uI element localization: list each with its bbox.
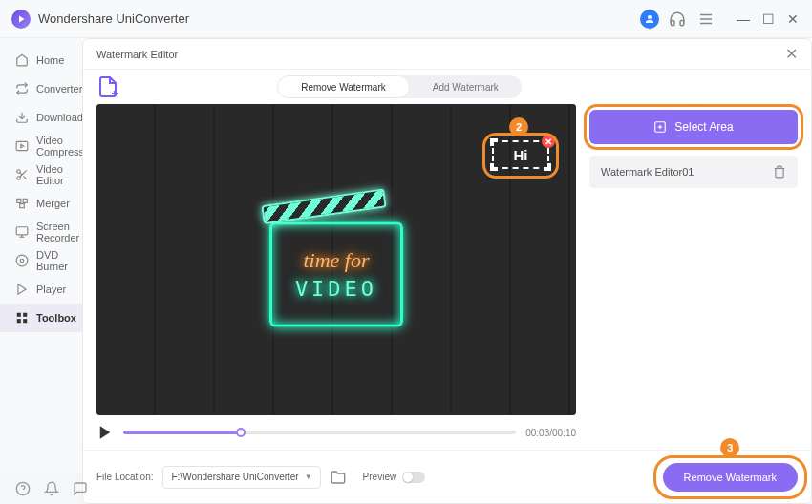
tab-segment: Remove Watermark Add Watermark (277, 75, 522, 98)
right-panel: 1 Select Area Watermark Editor01 (589, 104, 798, 450)
watermark-item-label: Watermark Editor01 (601, 166, 694, 178)
watermark-editor-modal: Watermark Editor ✕ Remove Watermark Add … (82, 38, 812, 504)
sidebar-item-recorder[interactable]: Screen Recorder (0, 218, 82, 246)
sidebar-label: Home (36, 54, 64, 66)
svg-marker-26 (100, 426, 111, 439)
sidebar-item-player[interactable]: Player (0, 275, 82, 304)
modal-footer: File Location: F:\Wondershare UniConvert… (83, 450, 811, 503)
watermark-text: Hi (514, 147, 528, 163)
svg-rect-13 (20, 204, 25, 208)
sidebar-label: Player (36, 284, 66, 295)
app-logo (11, 10, 31, 29)
preview-toggle[interactable] (402, 472, 425, 483)
select-area-icon (653, 120, 667, 134)
svg-rect-11 (17, 199, 21, 202)
bottom-bar (0, 473, 103, 504)
timeline-slider[interactable] (123, 430, 516, 434)
sidebar-item-toolbox[interactable]: Toolbox (0, 304, 82, 332)
select-area-button[interactable]: Select Area (589, 110, 798, 144)
callout-1-badge: 1 (684, 104, 703, 106)
video-preview[interactable]: time for VIDEO Hi ✕ 2 (96, 104, 576, 415)
open-folder-icon[interactable] (331, 470, 346, 485)
sidebar-item-compressor[interactable]: Video Compressor (0, 132, 82, 160)
feedback-icon[interactable] (73, 481, 88, 496)
modal-close-button[interactable]: ✕ (785, 45, 798, 63)
svg-rect-20 (17, 313, 21, 317)
svg-marker-19 (18, 284, 26, 295)
sidebar-label: Toolbox (36, 312, 76, 324)
remove-watermark-label: Remove Watermark (684, 472, 777, 483)
sidebar-item-home[interactable]: Home (0, 46, 82, 74)
svg-rect-22 (17, 319, 21, 323)
svg-point-7 (17, 177, 21, 180)
add-media-icon[interactable] (96, 75, 119, 98)
sidebar-label: Merger (36, 198, 70, 209)
svg-line-10 (20, 173, 22, 175)
bell-icon[interactable] (44, 481, 59, 496)
headset-icon[interactable] (669, 10, 686, 28)
window-close[interactable]: ✕ (785, 11, 801, 27)
help-icon[interactable] (15, 481, 31, 496)
neon-sign: time for VIDEO (269, 204, 403, 326)
svg-rect-21 (23, 313, 27, 317)
file-location-label: File Location: (96, 472, 153, 482)
delete-watermark-icon[interactable]: ✕ (542, 135, 555, 148)
sidebar-item-dvd[interactable]: DVD Burner (0, 246, 82, 275)
sidebar: Home Converter Downloader Video Compress… (0, 38, 82, 473)
svg-rect-23 (23, 319, 27, 323)
preview-label: Preview (363, 472, 397, 482)
content-area: editing ps or CD. Watermark Editor ✕ Rem… (82, 38, 812, 473)
titlebar: Wondershare UniConverter — ☐ ✕ (0, 0, 812, 38)
svg-point-17 (16, 255, 28, 266)
player-bar: 00:03/00:10 (96, 415, 576, 450)
play-button[interactable] (96, 424, 114, 441)
trash-icon[interactable] (773, 165, 786, 178)
user-avatar[interactable] (640, 10, 659, 29)
modal-title: Watermark Editor (96, 49, 178, 60)
sidebar-label: Converter (36, 83, 82, 94)
svg-rect-4 (16, 141, 28, 150)
tab-add-watermark[interactable]: Add Watermark (410, 75, 522, 98)
remove-watermark-button[interactable]: Remove Watermark (663, 463, 798, 492)
svg-rect-12 (23, 199, 27, 202)
svg-line-9 (23, 176, 26, 178)
file-location-value: F:\Wondershare UniConverter (171, 472, 298, 482)
timeline-thumb[interactable] (236, 428, 246, 437)
menu-icon[interactable] (697, 10, 715, 28)
sidebar-label: DVD Burner (36, 249, 82, 272)
sidebar-item-merger[interactable]: Merger (0, 189, 82, 218)
chevron-down-icon: ▼ (305, 472, 312, 481)
sidebar-item-converter[interactable]: Converter (0, 74, 82, 103)
svg-point-18 (20, 259, 24, 262)
select-area-label: Select Area (674, 120, 733, 134)
file-location-dropdown[interactable]: F:\Wondershare UniConverter ▼ (162, 466, 320, 489)
watermark-selection-box[interactable]: Hi ✕ (492, 140, 549, 169)
sidebar-label: Screen Recorder (36, 220, 82, 243)
svg-point-6 (17, 170, 21, 174)
svg-marker-5 (21, 144, 24, 148)
sidebar-item-downloader[interactable]: Downloader (0, 103, 82, 132)
tab-remove-watermark[interactable]: Remove Watermark (277, 75, 410, 98)
sidebar-label: Video Editor (36, 163, 82, 186)
window-minimize[interactable]: — (736, 11, 751, 27)
window-maximize[interactable]: ☐ (760, 11, 776, 27)
watermark-list-item[interactable]: Watermark Editor01 (589, 156, 798, 188)
sidebar-item-editor[interactable]: Video Editor (0, 160, 82, 189)
timecode: 00:03/00:10 (525, 428, 576, 438)
svg-rect-14 (16, 227, 28, 235)
app-title: Wondershare UniConverter (38, 11, 189, 26)
